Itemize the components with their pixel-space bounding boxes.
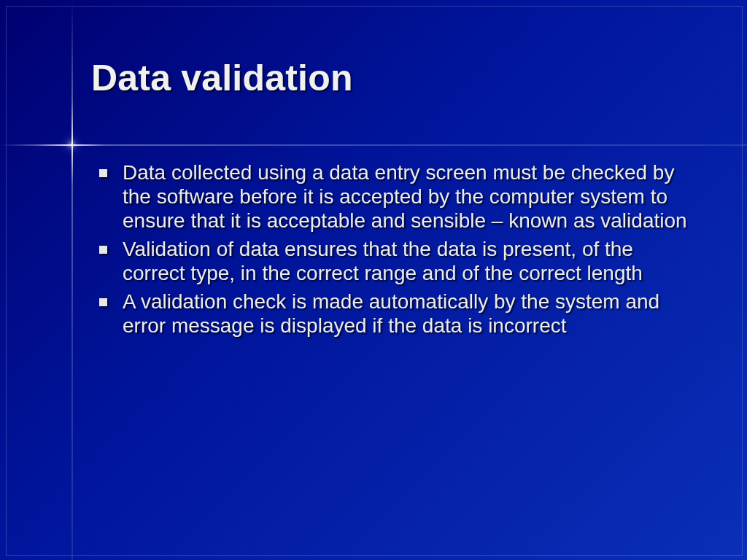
presentation-slide: Data validation Data collected using a d… — [0, 0, 747, 560]
bullet-list: Data collected using a data entry screen… — [95, 160, 693, 338]
list-item: Validation of data ensures that the data… — [95, 237, 693, 285]
list-item: Data collected using a data entry screen… — [95, 160, 693, 233]
slide-body: Data collected using a data entry screen… — [95, 160, 693, 342]
list-item: A validation check is made automatically… — [95, 289, 693, 338]
star-glow-icon — [71, 144, 72, 145]
decorative-vertical-line — [71, 0, 73, 560]
decorative-horizontal-line — [0, 144, 747, 146]
slide-title: Data validation — [91, 57, 353, 99]
